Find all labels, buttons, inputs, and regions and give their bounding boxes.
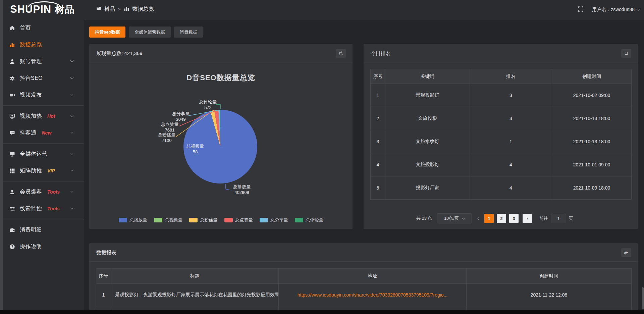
jump-label: 前往 xyxy=(539,215,548,221)
table-cell: 投影灯厂家 xyxy=(385,176,470,200)
fullscreen-icon[interactable] xyxy=(578,6,583,13)
sidebar-item[interactable]: 消费明细 xyxy=(3,221,84,238)
legend-label: 总分享量 xyxy=(271,217,288,223)
sidebar-item[interactable]: 数据总览 xyxy=(3,36,84,53)
legend-label: 总评论量 xyxy=(306,217,323,223)
tab-active[interactable]: 抖音seo数据 xyxy=(89,27,125,38)
report-panel: 数据报表 表 序号标题地址创建时间 1景观投影灯，夜游景观投影灯厂家展示展示落花… xyxy=(89,243,638,314)
sidebar-item-badge: Tools xyxy=(47,189,60,195)
chat-icon xyxy=(9,129,15,136)
grid-icon xyxy=(9,167,15,174)
next-page-button[interactable]: › xyxy=(523,214,532,223)
sidebar-item[interactable]: 抖客通New xyxy=(3,124,84,141)
video-icon xyxy=(9,92,15,98)
ranking-badge-button[interactable]: 日 xyxy=(621,49,631,58)
table-cell: 景观投影灯 xyxy=(385,84,470,107)
ranking-table: 序号关键词排名创建时间 1景观投影灯32021-10-02 09:002文旅投影… xyxy=(370,69,632,200)
legend-item[interactable]: 总视频量 xyxy=(154,217,182,223)
overview-total-label: 展现量总数: 421,369 xyxy=(96,50,143,57)
tab-button[interactable]: 询盘数据 xyxy=(174,27,203,38)
bottom-edge-bar xyxy=(0,310,644,314)
legend-label: 总视频量 xyxy=(165,217,182,223)
table-cell: 文旅投影 xyxy=(385,107,470,130)
pie-label-value: 572 xyxy=(198,105,218,110)
table-row: 3文旅水纹灯12021-10-13 18:00 xyxy=(371,130,632,153)
pie-label-value: 402909 xyxy=(228,190,255,195)
home-icon xyxy=(9,24,15,31)
page-size-select[interactable]: 10条/页 xyxy=(437,213,472,223)
tab-button[interactable]: 全媒体运营数据 xyxy=(129,27,171,38)
pie-chart-title: D音SEO数据量总览 xyxy=(89,73,353,83)
legend-swatch xyxy=(224,218,233,222)
sidebar-item[interactable]: 线索监控Tools xyxy=(3,200,84,217)
legend-item[interactable]: 总粉丝量 xyxy=(189,217,218,223)
video-link[interactable]: https://www.iesdouyin.com/share/video/70… xyxy=(298,292,448,298)
jump-page-input[interactable] xyxy=(551,214,566,223)
pagination-total: 共 23 条 xyxy=(416,215,432,221)
overview-panel-header: 展现量总数: 421,369 总 xyxy=(89,44,353,62)
sidebar-item-label: 消费明细 xyxy=(20,226,42,233)
pie-slice-label: 总播放量402909 xyxy=(228,184,255,195)
sidebar-divider xyxy=(3,181,84,181)
pie-slice-label: 总评论量572 xyxy=(198,99,218,110)
legend-swatch xyxy=(295,218,303,222)
column-header: 排名 xyxy=(470,69,552,84)
report-badge-button[interactable]: 表 xyxy=(621,248,631,257)
table-cell-index: 1 xyxy=(96,284,111,306)
table-cell-title: 景观投影灯，夜游景观投影灯厂家展示展示落花灯在花园里的灯光投影应用效果 # xyxy=(111,284,279,306)
table-cell-url: https://www.iesdouyin.com/share/video/70… xyxy=(279,284,467,306)
sliders-icon xyxy=(9,205,15,212)
legend-swatch xyxy=(189,218,198,222)
page-button[interactable]: 3 xyxy=(509,214,519,223)
breadcrumb-current-icon xyxy=(124,6,129,13)
column-header: 创建时间 xyxy=(552,69,632,84)
pie-label-value: 58 xyxy=(185,149,205,155)
sidebar-item[interactable]: 首页 xyxy=(3,19,84,36)
report-title: 数据报表 xyxy=(96,250,116,256)
legend-item[interactable]: 总播放量 xyxy=(119,217,147,223)
breadcrumb-root[interactable]: 树品 xyxy=(104,6,115,13)
wallet-icon xyxy=(9,226,15,233)
table-cell: 1 xyxy=(470,130,552,153)
sidebar-item-label: 操作说明 xyxy=(20,243,42,250)
table-cell: 4 xyxy=(371,153,385,176)
legend-label: 总点赞量 xyxy=(235,217,253,223)
legend-swatch xyxy=(154,218,162,222)
legend-item[interactable]: 总点赞量 xyxy=(224,217,253,223)
legend-item[interactable]: 总分享量 xyxy=(260,217,288,223)
table-cell: 2021-10-02 09:00 xyxy=(552,84,632,107)
prev-page-button[interactable]: ‹ xyxy=(476,215,480,221)
sidebar-item[interactable]: 抖音SEO xyxy=(3,70,84,87)
legend-item[interactable]: 总评论量 xyxy=(295,217,323,223)
sidebar-item[interactable]: 视频发布 xyxy=(3,87,84,103)
screen-up-icon xyxy=(9,113,15,119)
page-button[interactable]: 1 xyxy=(484,214,494,223)
sidebar-item[interactable]: 会员爆客Tools xyxy=(3,184,84,200)
page-button[interactable]: 2 xyxy=(497,214,506,223)
chevron-down-icon xyxy=(70,190,74,193)
pie-label-name: 总播放量 xyxy=(228,184,255,190)
sidebar-item[interactable]: 视频加热Hot xyxy=(3,108,84,124)
legend-swatch xyxy=(260,218,268,222)
sidebar-item[interactable]: 全媒体运营 xyxy=(3,146,84,162)
page-jump: 前往 页 xyxy=(539,214,573,223)
table-cell: 4 xyxy=(470,176,552,200)
report-panel-header: 数据报表 表 xyxy=(89,243,638,262)
sidebar-item-badge: Hot xyxy=(47,113,55,119)
app-logo: SHUPIN 树品 xyxy=(10,3,74,16)
username-dropdown[interactable]: 用户名：zswodun88 xyxy=(592,7,639,13)
breadcrumb-current[interactable]: 数据总览 xyxy=(132,6,154,13)
pie-label-value: 7681 xyxy=(160,127,180,133)
overview-panel: 展现量总数: 421,369 总 D音SEO数据量总览 总播放量402909总视… xyxy=(89,44,353,229)
pie-label-value: 7100 xyxy=(157,138,177,143)
overview-badge-button[interactable]: 总 xyxy=(336,49,346,58)
report-table-header-row: 序号标题地址创建时间 xyxy=(96,269,632,284)
chart-legend: 总播放量总视频量总粉丝量总点赞量总分享量总评论量 xyxy=(89,217,353,223)
sidebar-item[interactable]: 账号管理 xyxy=(3,53,84,70)
sidebar-item[interactable]: 矩阵助推VIP xyxy=(3,162,84,179)
sidebar-item[interactable]: ?操作说明 xyxy=(3,238,84,255)
scrollbar-thumb[interactable] xyxy=(642,287,644,309)
table-cell: 2021-10-13 18:00 xyxy=(552,107,632,130)
user-icon xyxy=(9,58,15,65)
chevron-down-icon xyxy=(70,168,74,172)
